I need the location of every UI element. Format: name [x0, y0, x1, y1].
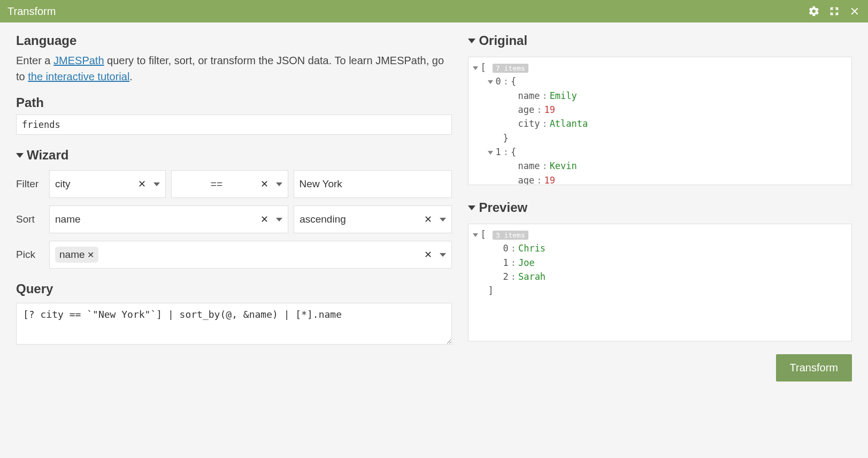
json-value: Chris — [518, 243, 546, 254]
filter-row: Filter city ✕ == ✕ — [16, 170, 452, 198]
items-badge: 3 items — [493, 231, 528, 240]
json-value: Atlanta — [550, 118, 588, 129]
jmespath-link[interactable]: JMESPath — [53, 55, 104, 66]
filter-field-value: city — [55, 178, 134, 190]
clear-icon[interactable]: ✕ — [134, 178, 150, 190]
path-input[interactable] — [16, 114, 452, 135]
json-value: Joe — [518, 257, 535, 268]
sort-label: Sort — [16, 213, 44, 225]
filter-op-value: == — [177, 178, 256, 190]
chevron-down-icon[interactable] — [473, 66, 478, 70]
pick-chip: name ✕ — [55, 247, 98, 263]
chevron-down-icon[interactable] — [440, 253, 446, 257]
original-heading[interactable]: Original — [468, 33, 852, 48]
transform-button[interactable]: Transform — [776, 354, 852, 381]
clear-icon[interactable]: ✕ — [420, 213, 436, 225]
left-panel: Language Enter a JMESPath query to filte… — [16, 33, 452, 381]
expand-icon[interactable] — [828, 5, 840, 17]
json-value: 19 — [544, 175, 555, 185]
json-value: 19 — [544, 104, 555, 115]
query-textarea[interactable] — [16, 303, 452, 345]
path-heading: Path — [16, 95, 452, 110]
title: Transform — [7, 5, 56, 18]
chevron-down-icon[interactable] — [488, 80, 493, 84]
clear-icon[interactable]: ✕ — [420, 249, 436, 261]
tutorial-link[interactable]: the interactive tutorial — [28, 71, 129, 82]
close-icon[interactable] — [849, 5, 861, 17]
filter-value-input[interactable] — [294, 170, 452, 198]
chevron-down-icon[interactable] — [440, 218, 446, 222]
json-value: Emily — [550, 90, 577, 101]
header-icons — [808, 5, 861, 17]
chevron-down-icon[interactable] — [153, 182, 160, 186]
chevron-down-icon[interactable] — [473, 233, 478, 237]
json-value: Sarah — [518, 271, 546, 282]
gear-icon[interactable] — [808, 5, 820, 17]
original-heading-label: Original — [479, 33, 527, 48]
right-panel: Original [ 7 items 0:{ name:Emily age:19… — [468, 33, 852, 381]
language-heading: Language — [16, 33, 452, 48]
filter-label: Filter — [16, 178, 44, 190]
pick-row: Pick name ✕ ✕ — [16, 241, 452, 269]
clear-icon[interactable]: ✕ — [256, 213, 273, 225]
preview-json-panel[interactable]: [ 3 items 0:Chris 1:Joe 2:Sarah ] — [468, 224, 852, 341]
desc-text: . — [129, 71, 133, 82]
filter-field-combo[interactable]: city ✕ — [49, 170, 166, 198]
chevron-down-icon[interactable] — [276, 182, 282, 186]
pick-label: Pick — [16, 249, 44, 261]
pick-combo[interactable]: name ✕ ✕ — [49, 241, 452, 269]
chip-remove-icon[interactable]: ✕ — [87, 250, 94, 260]
wizard-heading-label: Wizard — [27, 148, 68, 163]
title-bar: Transform — [0, 0, 868, 22]
desc-text: Enter a — [16, 55, 53, 66]
chevron-down-icon — [468, 205, 475, 210]
sort-field-value: name — [55, 213, 256, 225]
sort-row: Sort name ✕ ascending ✕ — [16, 205, 452, 233]
filter-value-field[interactable] — [299, 178, 447, 190]
sort-field-combo[interactable]: name ✕ — [49, 205, 288, 233]
filter-op-combo[interactable]: == ✕ — [171, 170, 288, 198]
preview-heading[interactable]: Preview — [468, 200, 852, 215]
preview-heading-label: Preview — [479, 200, 527, 215]
chevron-down-icon — [468, 39, 475, 43]
items-badge: 7 items — [493, 64, 528, 73]
main-content: Language Enter a JMESPath query to filte… — [0, 22, 868, 392]
json-value: Kevin — [550, 161, 577, 171]
wizard-heading[interactable]: Wizard — [16, 148, 452, 163]
chevron-down-icon — [16, 153, 24, 158]
language-description: Enter a JMESPath query to filter, sort, … — [16, 52, 452, 85]
sort-dir-combo[interactable]: ascending ✕ — [294, 205, 452, 233]
chevron-down-icon[interactable] — [276, 218, 282, 222]
sort-dir-value: ascending — [299, 213, 420, 225]
clear-icon[interactable]: ✕ — [256, 178, 273, 190]
original-json-panel[interactable]: [ 7 items 0:{ name:Emily age:19 city:Atl… — [468, 57, 852, 185]
pick-chip-label: name — [59, 249, 85, 261]
chevron-down-icon[interactable] — [488, 151, 493, 155]
query-heading: Query — [16, 281, 452, 296]
